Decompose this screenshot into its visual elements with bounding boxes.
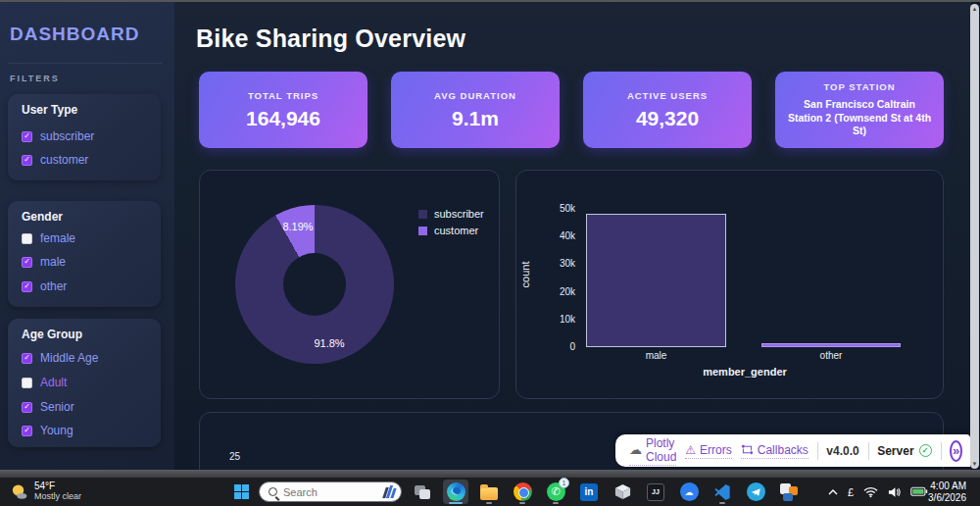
- checkbox-option-male[interactable]: ✓ male: [22, 255, 66, 269]
- taskbar-chrome-button[interactable]: [510, 480, 535, 504]
- plotly-cloud-button[interactable]: ☁ Plotly Cloud: [629, 436, 676, 466]
- checkbox-option-adult[interactable]: ✓ Adult: [22, 376, 67, 389]
- y-tick: 50k: [534, 203, 575, 214]
- checkbox-label: female: [40, 231, 75, 245]
- y-tick: 40k: [534, 230, 575, 241]
- divider: [8, 63, 163, 64]
- taskbar-blue-app-button[interactable]: ☁: [676, 480, 702, 504]
- bar-other[interactable]: [761, 343, 901, 347]
- errors-label: Errors: [700, 443, 732, 457]
- filter-group-gender: Gender ✓ female ✓ male ✓ other: [8, 201, 161, 307]
- y-tick: 10k: [534, 314, 575, 325]
- kpi-card-top-station: TOP STATION San Francisco Caltrain Stati…: [775, 72, 944, 148]
- checkbox-icon[interactable]: ✓: [22, 131, 32, 142]
- checkbox-icon[interactable]: ✓: [22, 426, 32, 436]
- scroll-down-arrow[interactable]: ▼: [972, 461, 978, 467]
- checkbox-option-young[interactable]: ✓ Young: [22, 424, 74, 437]
- taskbar-ide-button[interactable]: JJ: [643, 480, 668, 504]
- bar-male[interactable]: [586, 214, 726, 347]
- kpi-label: ACTIVE USERS: [627, 90, 708, 101]
- chrome-icon: [514, 482, 532, 501]
- donut-hole: [283, 253, 346, 316]
- kpi-label: AVG DURATION: [434, 90, 516, 101]
- checkbox-label: male: [40, 255, 66, 269]
- taskbar-vscode-button[interactable]: [710, 480, 735, 504]
- legend-item-subscriber[interactable]: subscriber: [418, 208, 484, 220]
- x-tick-male: male: [585, 350, 727, 361]
- taskbar-cube-app-button[interactable]: [610, 480, 635, 504]
- pie-slice-label-customer: 8.19%: [282, 221, 313, 232]
- taskbar-search[interactable]: [259, 481, 402, 502]
- running-indicator: [449, 502, 463, 504]
- wifi-icon[interactable]: [863, 486, 878, 498]
- search-icon: [269, 487, 277, 496]
- taskbar-clock[interactable]: 4:00 AM 3/6/2026: [928, 481, 966, 504]
- linkedin-icon: in: [580, 483, 598, 501]
- taskbar-telegram-button[interactable]: [743, 480, 768, 504]
- weather-condition: Mostly clear: [34, 491, 81, 502]
- dash-devtools-toolbar: ☁ Plotly Cloud ⚠ Errors Callbacks v4.0.0…: [615, 434, 970, 467]
- checkbox-option-senior[interactable]: ✓ Senior: [22, 400, 74, 414]
- checkbox-icon[interactable]: ✓: [22, 402, 32, 413]
- warning-icon: ⚠: [685, 443, 696, 457]
- devtools-expand-button[interactable]: »: [950, 440, 962, 462]
- taskbar-explorer-button[interactable]: [476, 480, 502, 504]
- checkbox-icon[interactable]: ✓: [22, 257, 32, 268]
- checkbox-option-customer[interactable]: ✓ customer: [22, 153, 88, 167]
- taskbar-linkedin-button[interactable]: in: [576, 480, 602, 504]
- page-title: Bike Sharing Overview: [196, 25, 466, 53]
- bar-plot-area: [585, 209, 905, 347]
- callbacks-button[interactable]: Callbacks: [741, 443, 808, 459]
- window-bottom-edge: [0, 470, 980, 478]
- server-ok-icon: ✓: [919, 444, 932, 457]
- cube-icon: [613, 482, 632, 501]
- checkbox-option-female[interactable]: ✓ female: [22, 231, 75, 245]
- search-input[interactable]: [283, 486, 364, 498]
- battery-icon[interactable]: [910, 486, 928, 497]
- vscode-icon: [713, 483, 731, 501]
- ide-icon: JJ: [647, 483, 664, 501]
- desktop-screen: DASHBOARD FILTERS User Type ✓ subscriber…: [0, 0, 980, 506]
- start-button[interactable]: [234, 484, 249, 499]
- checkbox-label: Adult: [40, 376, 67, 389]
- errors-button[interactable]: ⚠ Errors: [685, 443, 731, 459]
- checkbox-icon[interactable]: ✓: [22, 233, 32, 244]
- volume-icon[interactable]: [888, 486, 901, 498]
- task-view-button[interactable]: [410, 480, 435, 504]
- tray-chevron-up[interactable]: [828, 489, 838, 495]
- app-title: DASHBOARD: [10, 24, 140, 45]
- kpi-card-active-users: ACTIVE USERS 49,320: [583, 72, 752, 148]
- weather-widget[interactable]: 54°F Mostly clear: [10, 481, 81, 502]
- plotly-cloud-label: Plotly Cloud: [646, 436, 676, 464]
- checkbox-option-subscriber[interactable]: ✓ subscriber: [22, 129, 94, 143]
- checkbox-option-middle-age[interactable]: ✓ Middle Age: [22, 351, 98, 365]
- y-tick: 25: [229, 451, 240, 462]
- divider: [868, 442, 869, 460]
- taskbar-whatsapp-button[interactable]: ✆1: [543, 480, 568, 504]
- checkbox-label: customer: [40, 153, 88, 167]
- scroll-up-arrow[interactable]: ▲: [972, 6, 978, 12]
- filters-heading: FILTERS: [10, 74, 60, 83]
- filter-group-title: Age Group: [22, 328, 82, 341]
- y-axis-title: count: [519, 240, 531, 309]
- running-indicator: [519, 502, 525, 504]
- tray-language-indicator[interactable]: £: [848, 486, 854, 498]
- y-tick: 0: [534, 341, 575, 352]
- checkbox-icon[interactable]: ✓: [22, 353, 32, 364]
- running-indicator: [553, 502, 559, 504]
- page-scrollbar[interactable]: ▲▼: [970, 4, 979, 469]
- clock-date: 3/6/2026: [928, 492, 966, 504]
- checkbox-option-other[interactable]: ✓ other: [22, 279, 67, 293]
- cloud-icon: ☁: [629, 442, 642, 457]
- checkbox-icon[interactable]: ✓: [22, 281, 32, 292]
- x-axis-title: member_gender: [585, 366, 905, 378]
- taskbar-vmware-button[interactable]: [776, 480, 802, 504]
- weather-temp: 54°F: [34, 481, 81, 491]
- checkbox-icon[interactable]: ✓: [22, 378, 32, 388]
- y-tick: 30k: [534, 258, 575, 269]
- taskbar-edge-button[interactable]: [443, 480, 468, 504]
- legend-item-customer[interactable]: customer: [418, 225, 484, 236]
- notification-badge: 1: [559, 478, 569, 488]
- checkbox-icon[interactable]: ✓: [22, 155, 32, 166]
- kpi-value: San Francisco Caltrain Station 2 (Townse…: [775, 98, 944, 138]
